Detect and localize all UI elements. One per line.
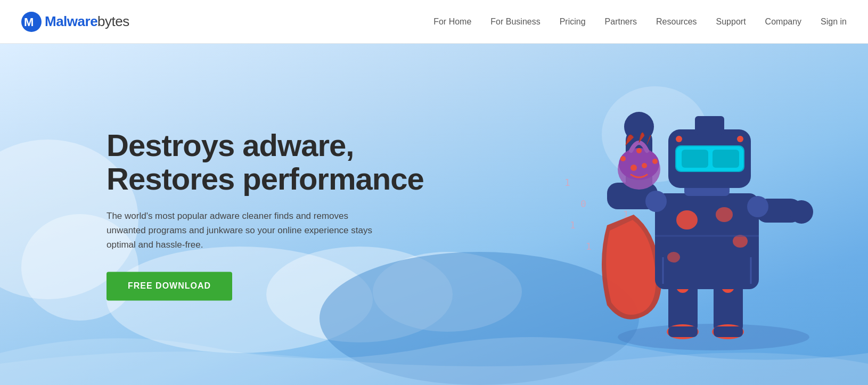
logo[interactable]: M Malwarebytes [21,12,129,32]
svg-point-23 [642,163,647,168]
svg-point-36 [676,136,682,142]
nav-partners[interactable]: Partners [605,17,637,27]
nav-sign-in[interactable]: Sign in [821,17,847,27]
main-nav: For Home For Business Pricing Partners R… [433,17,847,27]
robot-svg [580,76,836,353]
svg-text:M: M [24,15,34,29]
nav-for-home[interactable]: For Home [433,17,471,27]
svg-point-26 [636,148,642,153]
free-download-button[interactable]: FREE DOWNLOAD [107,272,232,300]
nav-support[interactable]: Support [716,17,746,27]
hero-subtitle: The world's most popular adware cleaner … [107,209,383,253]
hero-section: 1 0 1 0 1 0 1 0 Destroys adware, Restore… [0,44,868,385]
malwarebytes-logo-icon: M [21,12,42,32]
svg-point-37 [737,136,743,142]
svg-point-25 [652,159,658,164]
nav-for-business[interactable]: For Business [490,17,540,27]
svg-rect-31 [695,116,724,135]
svg-point-38 [645,191,667,212]
svg-point-22 [630,165,637,171]
svg-point-39 [747,196,768,217]
hero-content: Destroys adware, Restores performance Th… [107,128,424,300]
hero-title: Destroys adware, Restores performance [107,128,424,196]
logo-text: Malwarebytes [45,13,129,30]
robot-illustration [580,76,836,353]
svg-rect-34 [682,150,708,168]
svg-point-24 [620,156,626,161]
wave-decoration [0,321,868,385]
main-header: M Malwarebytes For Home For Business Pri… [0,0,868,44]
svg-rect-35 [713,150,739,168]
nav-pricing[interactable]: Pricing [560,17,586,27]
binary-float-1: 1 [564,177,570,188]
binary-float-3: 1 [570,219,576,231]
svg-point-15 [667,252,680,263]
nav-resources[interactable]: Resources [656,17,697,27]
svg-point-28 [790,200,813,224]
svg-point-12 [676,210,698,230]
svg-point-14 [733,235,748,248]
nav-company[interactable]: Company [765,17,801,27]
svg-point-13 [716,207,733,222]
